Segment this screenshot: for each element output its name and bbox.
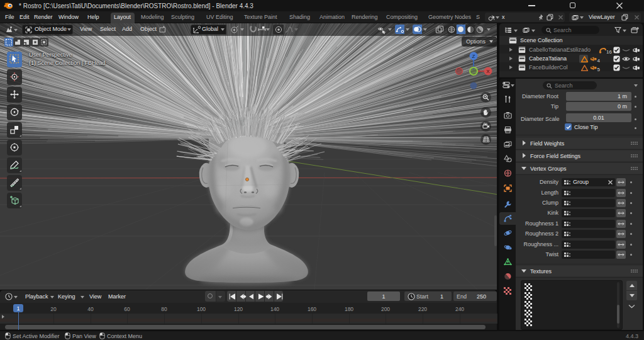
svg-text:5: 5 — [597, 67, 601, 72]
svg-text:Z: Z — [472, 54, 475, 59]
svg-text:16: 16 — [606, 49, 612, 54]
svg-text:X: X — [486, 69, 490, 74]
svg-text:4: 4 — [597, 58, 601, 64]
